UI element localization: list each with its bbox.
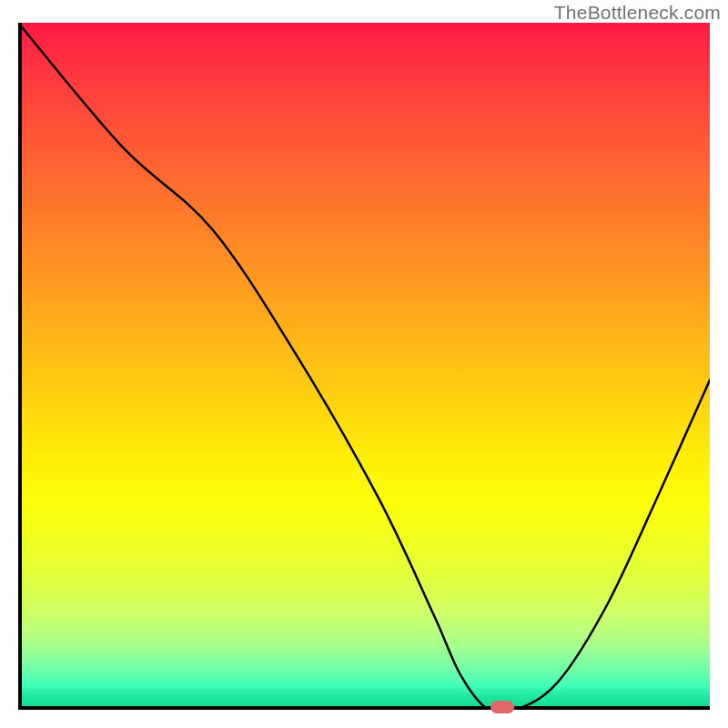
plot-area [18, 23, 710, 710]
watermark-text: TheBottleneck.com [554, 2, 721, 24]
y-axis [18, 23, 22, 710]
x-axis [18, 706, 710, 710]
chart-container: TheBottleneck.com [0, 0, 728, 728]
curve-layer [18, 23, 710, 710]
optimal-marker [490, 701, 514, 713]
bottleneck-curve [18, 23, 710, 710]
